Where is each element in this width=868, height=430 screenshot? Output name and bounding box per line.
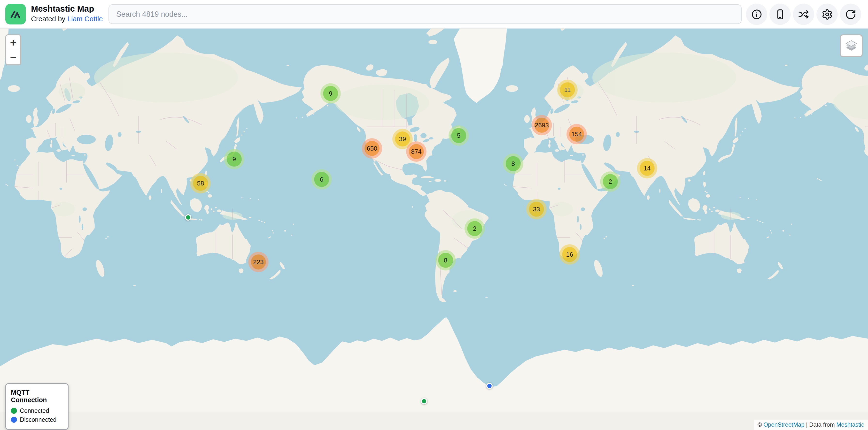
- page-title: Meshtastic Map: [31, 3, 103, 14]
- attribution-separator: | Data from: [805, 421, 837, 428]
- cluster-marker[interactable]: 9: [227, 152, 242, 167]
- cluster-marker[interactable]: 8: [506, 156, 521, 171]
- cluster-marker[interactable]: 9: [323, 86, 338, 101]
- layers-control[interactable]: [840, 34, 863, 57]
- cluster-marker[interactable]: 154: [569, 127, 584, 142]
- cluster-count: 874: [411, 148, 422, 156]
- meshtastic-map-app: 939650874511269315414823316282235896 + −…: [0, 0, 868, 430]
- top-bar: Meshtastic Map Created by Liam Cottle: [0, 0, 868, 29]
- markers-layer: 939650874511269315414823316282235896: [0, 0, 868, 430]
- cluster-count: 223: [253, 258, 264, 266]
- byline-prefix: Created by: [31, 15, 67, 23]
- cluster-count: 2693: [535, 122, 549, 129]
- cluster-marker[interactable]: 16: [562, 247, 577, 262]
- cluster-marker[interactable]: 2693: [534, 118, 549, 133]
- cluster-marker[interactable]: 2: [467, 221, 482, 236]
- cluster-count: 5: [457, 132, 460, 139]
- cluster-count: 650: [367, 145, 377, 152]
- cluster-marker[interactable]: 874: [409, 144, 424, 159]
- refresh-button[interactable]: [840, 4, 861, 25]
- cluster-marker[interactable]: 2: [603, 174, 618, 189]
- legend-label: Connected: [20, 407, 49, 414]
- mqtt-legend: MQTT Connection ConnectedDisconnected: [5, 383, 68, 430]
- cluster-marker[interactable]: 58: [193, 176, 208, 191]
- zoom-out-button[interactable]: −: [6, 50, 20, 64]
- connected-node-marker[interactable]: [185, 214, 191, 221]
- cluster-count: 2: [473, 225, 476, 232]
- info-icon: [751, 9, 763, 20]
- random-node-button[interactable]: [793, 4, 814, 25]
- legend-item: Disconnected: [11, 416, 63, 423]
- meshtastic-link[interactable]: Meshtastic: [836, 421, 864, 428]
- cluster-marker[interactable]: 39: [395, 131, 410, 146]
- layers-icon: [844, 38, 859, 53]
- connected-dot-icon: [11, 408, 17, 414]
- attribution-copyright: ©: [757, 421, 764, 428]
- legend-items: ConnectedDisconnected: [11, 407, 63, 423]
- info-button[interactable]: [746, 4, 767, 25]
- cluster-count: 154: [571, 131, 582, 138]
- shuffle-icon: [798, 9, 809, 20]
- meshtastic-logo: [5, 4, 26, 25]
- byline: Created by Liam Cottle: [31, 14, 103, 24]
- connected-node-marker[interactable]: [421, 398, 427, 404]
- osm-link[interactable]: OpenStreetMap: [764, 421, 804, 428]
- cluster-count: 16: [566, 251, 573, 258]
- cluster-count: 39: [399, 135, 406, 143]
- author-link[interactable]: Liam Cottle: [67, 15, 103, 23]
- settings-icon: [822, 9, 833, 20]
- cluster-marker[interactable]: 8: [438, 253, 453, 268]
- legend-item: Connected: [11, 407, 63, 414]
- disconnected-dot-icon: [11, 417, 17, 423]
- cluster-marker[interactable]: 11: [560, 82, 575, 97]
- search-input[interactable]: [108, 4, 742, 24]
- smartphone-icon: [775, 9, 786, 20]
- cluster-marker[interactable]: 650: [365, 141, 379, 156]
- cluster-count: 9: [329, 90, 332, 97]
- cluster-count: 8: [444, 257, 447, 264]
- cluster-marker[interactable]: 5: [451, 128, 466, 143]
- cluster-marker[interactable]: 33: [529, 202, 544, 217]
- cluster-count: 33: [533, 205, 540, 213]
- cluster-marker[interactable]: 223: [251, 255, 266, 269]
- zoom-control: + −: [5, 34, 21, 65]
- cluster-marker[interactable]: 14: [640, 161, 655, 176]
- settings-button[interactable]: [816, 4, 838, 25]
- attribution: © OpenStreetMap | Data from Meshtastic: [754, 420, 868, 430]
- disconnected-node-marker[interactable]: [486, 383, 493, 389]
- cluster-count: 2: [609, 178, 612, 186]
- legend-title: MQTT Connection: [11, 389, 63, 404]
- cluster-count: 6: [320, 176, 323, 183]
- cluster-count: 11: [564, 86, 571, 94]
- cluster-count: 58: [197, 180, 204, 187]
- refresh-icon: [845, 9, 857, 20]
- cluster-count: 9: [232, 156, 236, 163]
- mobile-app-button[interactable]: [769, 4, 791, 25]
- zoom-in-button[interactable]: +: [6, 35, 20, 50]
- meshtastic-logo-icon: [9, 7, 23, 21]
- cluster-marker[interactable]: 6: [314, 172, 329, 187]
- cluster-count: 8: [512, 160, 515, 168]
- cluster-count: 14: [644, 165, 651, 172]
- legend-label: Disconnected: [20, 416, 56, 423]
